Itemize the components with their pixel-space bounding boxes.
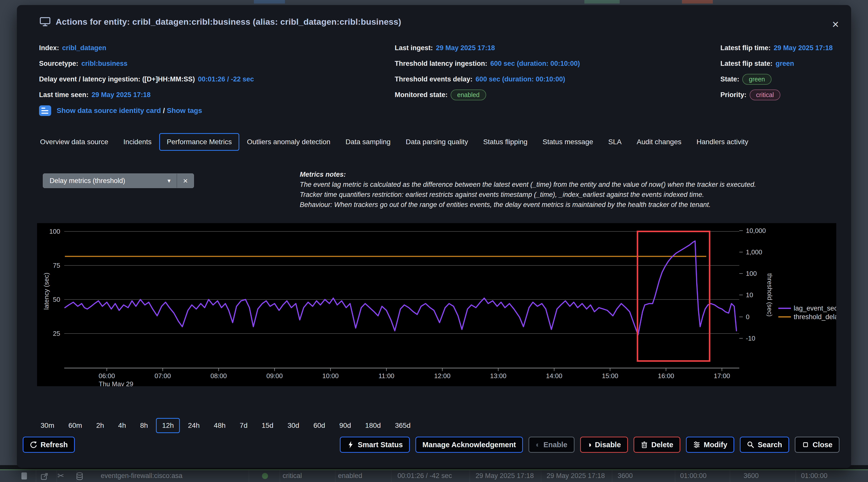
manage-acknowledgement-button[interactable]: Manage Acknowledgement [415, 436, 523, 453]
info-field: Last time seen:29 May 2025 17:18 [39, 90, 254, 100]
tab-incidents[interactable]: Incidents [116, 133, 159, 151]
time-range-2h[interactable]: 2h [90, 418, 110, 433]
disable-button[interactable]: ◑Disable [580, 436, 628, 453]
tab-handlers-activity[interactable]: Handlers activity [689, 133, 756, 151]
column-separator [280, 470, 280, 482]
smart-status-button[interactable]: Smart Status [340, 436, 410, 453]
time-range-365d[interactable]: 365d [389, 418, 416, 433]
tab-sla[interactable]: SLA [601, 133, 629, 151]
column-separator [391, 470, 392, 482]
time-range-24h[interactable]: 24h [182, 418, 206, 433]
lightning-icon [347, 441, 354, 449]
tab-audit-changes[interactable]: Audit changes [629, 133, 689, 151]
performance-metrics-chart[interactable]: 100755025latency (sec)threshold (sec)10,… [37, 223, 836, 386]
time-range-30m[interactable]: 30m [34, 418, 60, 433]
toggle-right-icon: ◑ [587, 441, 592, 449]
time-range-48h[interactable]: 48h [208, 418, 232, 433]
info-value: 29 May 2025 17:18 [774, 44, 833, 52]
svg-text:17:00: 17:00 [714, 372, 730, 380]
show-tags-link[interactable]: Show tags [167, 107, 202, 114]
column-separator [541, 470, 541, 482]
info-field: Monitored state:enabled [395, 90, 580, 100]
time-range-12h[interactable]: 12h [156, 418, 180, 433]
info-value-link[interactable]: cribl_datagen [62, 44, 106, 52]
tab-overview-data-source[interactable]: Overview data source [32, 133, 116, 151]
time-range-60m[interactable]: 60m [62, 418, 88, 433]
status-badge: critical [750, 89, 781, 100]
show-identity-card-link[interactable]: Show data source identity card [57, 107, 161, 114]
status-badge: green [742, 74, 772, 85]
time-range-7d[interactable]: 7d [234, 418, 254, 433]
tab-outliers-anomaly-detection[interactable]: Outliers anomaly detection [239, 133, 338, 151]
background-table-row[interactable]: ✂eventgen-firewall:cisco:asacriticalenab… [0, 470, 868, 482]
tab-status-message[interactable]: Status message [535, 133, 601, 151]
info-value: 600 sec (duration: 00:10:00) [475, 75, 565, 83]
bg-tile-red [682, 0, 713, 3]
metrics-notes-title: Metrics notes: [300, 169, 756, 179]
column-separator [36, 470, 36, 482]
scissors-icon[interactable]: ✂ [57, 471, 64, 481]
svg-text:13:00: 13:00 [490, 372, 506, 380]
identity-card-icon [39, 105, 51, 116]
external-link-icon[interactable] [40, 473, 49, 481]
tab-data-parsing-quality[interactable]: Data parsing quality [398, 133, 475, 151]
last-time-cell: 29 May 2025 17:18 [475, 472, 534, 480]
info-column: Last ingest:29 May 2025 17:18Threshold l… [395, 43, 580, 100]
info-field: Delay event / latency ingestion: ([D+]HH… [39, 74, 254, 84]
time-range-90d[interactable]: 90d [333, 418, 357, 433]
column-separator [612, 470, 612, 482]
column-separator [730, 470, 730, 482]
info-value-link[interactable]: cribl:business [81, 60, 127, 67]
entity-name[interactable]: eventgen-firewall:cisco:asa [101, 472, 182, 480]
svg-text:lag_event_sec: lag_event_sec [794, 305, 836, 312]
modal-title: Actions for entity: cribl_datagen:cribl:… [56, 17, 401, 27]
time-range-8h[interactable]: 8h [134, 418, 154, 433]
info-label: Index: [39, 44, 59, 52]
refresh-button[interactable]: Refresh [23, 436, 75, 453]
database-icon[interactable] [75, 472, 84, 481]
svg-text:threshold_delay: threshold_delay [794, 313, 836, 321]
button-label: Modify [704, 441, 727, 449]
threshold2-cell: 3600 [744, 472, 759, 480]
clear-metric-icon[interactable]: × [177, 176, 194, 186]
svg-text:100: 100 [746, 270, 757, 277]
enable-button: ◐Enable [528, 436, 574, 453]
delay-cell: 00:01:26 / -42 sec [398, 472, 452, 480]
tab-performance-metrics[interactable]: Performance Metrics [159, 133, 239, 151]
info-field: Last ingest:29 May 2025 17:18 [395, 43, 580, 53]
search-button[interactable]: Search [740, 436, 789, 453]
tab-status-flipping[interactable]: Status flipping [475, 133, 535, 151]
modify-button[interactable]: Modify [686, 436, 734, 453]
button-label: Delete [651, 441, 673, 449]
column-separator [56, 470, 57, 482]
info-field: Threshold latency ingestion:600 sec (dur… [395, 58, 580, 68]
metric-select-value: Delay metrics (threshold) [43, 177, 167, 185]
metrics-note-line: Behaviour: When trackers go out of the r… [300, 200, 756, 210]
metrics-note-line: Tracker time quantifiers restriction: ea… [300, 190, 756, 200]
modal-header: Actions for entity: cribl_datagen:cribl:… [39, 17, 401, 27]
time-range-180d[interactable]: 180d [359, 418, 387, 433]
info-column: Index:cribl_datagenSourcetype:cribl:busi… [39, 43, 254, 100]
column-separator [796, 470, 796, 482]
row-handle-icon[interactable] [22, 473, 27, 480]
delete-button[interactable]: Delete [633, 436, 680, 453]
column-separator [249, 470, 249, 482]
time-range-30d[interactable]: 30d [281, 418, 305, 433]
tab-data-sampling[interactable]: Data sampling [338, 133, 398, 151]
priority-cell: critical [283, 472, 302, 480]
bg-tile-teal [584, 0, 620, 3]
metric-select-dropdown[interactable]: Delay metrics (threshold) ▾ × [43, 173, 194, 188]
links-separator: / [161, 107, 167, 114]
time-range-4h[interactable]: 4h [112, 418, 132, 433]
column-separator [335, 470, 336, 482]
time-range-15d[interactable]: 15d [256, 418, 280, 433]
svg-text:09:00: 09:00 [266, 372, 283, 380]
action-bar: Refresh Smart StatusManage Acknowledgeme… [17, 436, 851, 453]
time-range-60d[interactable]: 60d [307, 418, 331, 433]
close-icon[interactable]: × [829, 17, 842, 31]
svg-text:1,000: 1,000 [746, 248, 762, 256]
monitor-icon [39, 17, 51, 27]
info-label: Sourcetype: [39, 60, 78, 67]
close-button[interactable]: Close [795, 436, 840, 453]
entity-actions-modal: Actions for entity: cribl_datagen:cribl:… [17, 5, 851, 468]
